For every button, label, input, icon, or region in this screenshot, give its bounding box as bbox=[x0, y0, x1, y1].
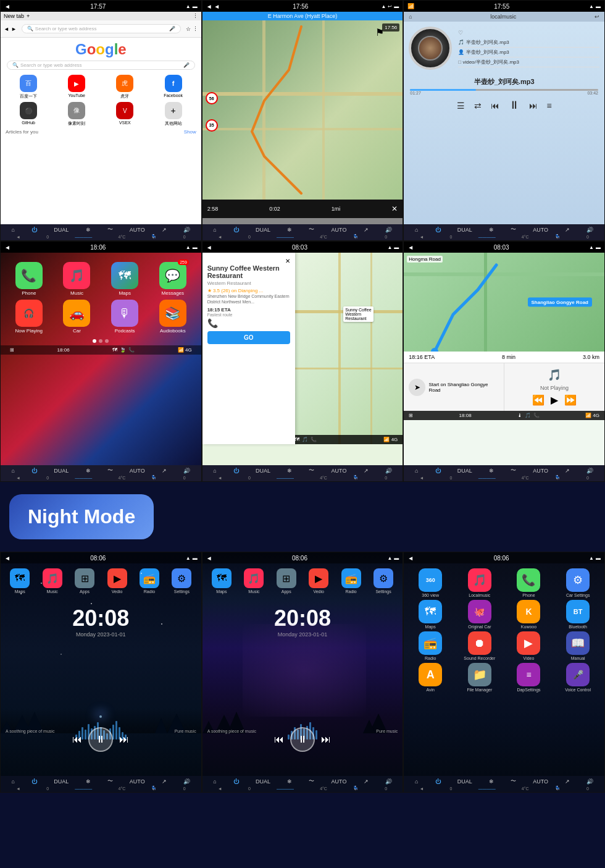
poi-map-icon[interactable]: 🗺 bbox=[294, 437, 299, 442]
chrome-menu-icon[interactable]: ⋮ bbox=[193, 13, 198, 19]
chrome-star-icon[interactable]: ☆ bbox=[186, 26, 191, 32]
poi-dual-btn[interactable]: DUAL bbox=[256, 468, 270, 474]
cpnav-rewind-btn[interactable]: ⏪ bbox=[532, 394, 544, 406]
nh2-chair[interactable]: 💺 bbox=[353, 786, 359, 791]
nh1-back-ctrl[interactable]: ◄ bbox=[16, 786, 20, 791]
nh2-app-music[interactable]: 🎵 Music bbox=[244, 568, 264, 594]
wave-btn[interactable]: 〜 bbox=[107, 225, 113, 234]
dock-grid-icon[interactable]: ⊞ bbox=[10, 347, 14, 353]
mic-icon[interactable]: 🎤 bbox=[169, 26, 175, 32]
cp-curve-btn[interactable]: ↗ bbox=[162, 468, 167, 474]
na-back-ctrl[interactable]: ◄ bbox=[419, 786, 424, 791]
nav-vol-btn[interactable]: 🔊 bbox=[385, 227, 392, 233]
cpnav-home-btn[interactable]: ⌂ bbox=[415, 468, 418, 474]
chrome-search-bar[interactable]: 🔍 Search or type web address 🎤 bbox=[22, 24, 181, 33]
music-chair[interactable]: 💺 bbox=[555, 234, 561, 239]
na-app-maps[interactable]: 🗺 Maps bbox=[407, 600, 454, 629]
cpnav-vol-btn[interactable]: 🔊 bbox=[586, 468, 593, 474]
cpnav-curve-btn[interactable]: ↗ bbox=[565, 468, 570, 474]
music-home-btn[interactable]: ⌂ bbox=[415, 227, 418, 233]
na-curve-btn[interactable]: ↗ bbox=[565, 778, 570, 785]
nh2-pause-btn[interactable]: ⏸ bbox=[290, 727, 315, 752]
carplay-app-podcasts[interactable]: 🎙 Podcasts bbox=[102, 300, 147, 334]
nh2-next-btn[interactable]: ⏭ bbox=[321, 734, 331, 745]
cpnav-snow-btn[interactable]: ❄ bbox=[489, 468, 494, 474]
cp-back-ctrl[interactable]: ◄ bbox=[16, 476, 20, 480]
na-app-radio[interactable]: 📻 Radio bbox=[407, 631, 454, 660]
cpnav-back-btn[interactable]: ◄ bbox=[407, 244, 414, 251]
chrome-back-icon[interactable]: ◄ bbox=[4, 3, 10, 10]
na-vol-btn[interactable]: 🔊 bbox=[586, 778, 593, 785]
chrome-nav-forward[interactable]: ► bbox=[11, 26, 17, 32]
poi-auto-btn[interactable]: AUTO bbox=[332, 468, 347, 474]
nav-home-btn[interactable]: ⌂ bbox=[213, 227, 216, 233]
cp-slider[interactable]: ———— bbox=[75, 476, 92, 480]
cpnav-temp-icon[interactable]: 🌡 bbox=[517, 413, 522, 418]
playlist-item-3[interactable]: □ video/半壶纱_刘珂矣.mp3 bbox=[458, 57, 599, 67]
show-link[interactable]: Show bbox=[184, 129, 196, 135]
bookmark-github[interactable]: ⚫ GitHub bbox=[6, 102, 51, 127]
music-vol-btn[interactable]: 🔊 bbox=[586, 227, 593, 233]
cp-dual-btn[interactable]: DUAL bbox=[54, 468, 69, 474]
na-dual-btn[interactable]: DUAL bbox=[457, 778, 472, 785]
cp-wave-btn[interactable]: 〜 bbox=[107, 466, 113, 474]
poi-music-icon[interactable]: 🎵 bbox=[302, 437, 308, 442]
na-back-btn[interactable]: ◄ bbox=[407, 555, 414, 562]
playlist-item-1[interactable]: 🎵 半壶纱_刘珂矣.mp3 bbox=[458, 38, 599, 48]
nh1-auto-btn[interactable]: AUTO bbox=[130, 778, 145, 785]
poi-back-ctrl[interactable]: ◄ bbox=[218, 476, 222, 480]
nh1-app-settings[interactable]: ⚙ Settings bbox=[172, 568, 191, 594]
nh1-curve-btn[interactable]: ↗ bbox=[162, 778, 167, 785]
cpnav-tiktok-icon[interactable]: 🎵 bbox=[525, 413, 531, 418]
music-slider[interactable]: ———— bbox=[478, 235, 496, 239]
music-power-btn[interactable]: ⏻ bbox=[435, 227, 441, 233]
bookmark-huya[interactable]: 虎 虎牙 bbox=[102, 75, 148, 99]
cpnav-phone-icon[interactable]: 📞 bbox=[533, 413, 540, 418]
poi-close-btn[interactable]: ✕ bbox=[285, 258, 290, 264]
nav-snow-btn[interactable]: ❄ bbox=[287, 227, 292, 233]
nh1-app-music[interactable]: 🎵 Music bbox=[43, 568, 62, 594]
music-home-icon[interactable]: ⌂ bbox=[409, 14, 412, 20]
bookmark-baidu[interactable]: 百 百度一下 bbox=[6, 75, 51, 99]
nh2-wave-btn[interactable]: 〜 bbox=[309, 777, 314, 785]
music-curve-btn[interactable]: ↗ bbox=[565, 227, 570, 233]
nav-power-btn[interactable]: ⏻ bbox=[233, 227, 239, 233]
carplay-app-maps[interactable]: 🗺 Maps bbox=[102, 262, 147, 296]
nh2-app-apps[interactable]: ⊞ Apps bbox=[277, 568, 296, 594]
snowflake-btn[interactable]: ❄ bbox=[86, 227, 91, 233]
nh2-vol-btn[interactable]: 🔊 bbox=[385, 778, 392, 785]
music-progress-bar[interactable] bbox=[410, 89, 598, 91]
cpnav-forward-btn[interactable]: ⏩ bbox=[564, 394, 577, 406]
nh2-back-btn[interactable]: ◄ bbox=[206, 555, 212, 562]
nav-slider[interactable]: ———— bbox=[277, 235, 294, 239]
google-search-input[interactable]: 🔍 Search or type web address 🎤 bbox=[7, 61, 195, 70]
playlist-icon[interactable]: ☰ bbox=[457, 101, 465, 111]
cpnav-grid-icon[interactable]: ⊞ bbox=[409, 413, 413, 418]
google-mic-icon[interactable]: 🎤 bbox=[183, 62, 190, 68]
nh1-app-apps[interactable]: ⊞ Apps bbox=[75, 568, 94, 594]
na-wave-btn[interactable]: 〜 bbox=[511, 777, 516, 785]
bookmark-vsex[interactable]: V VSEX bbox=[102, 102, 148, 127]
na-app-avin[interactable]: A Avin bbox=[407, 663, 454, 692]
nh1-snow-btn[interactable]: ❄ bbox=[86, 778, 91, 785]
poi-go-button[interactable]: GO bbox=[207, 331, 290, 344]
vol-btn[interactable]: 🔊 bbox=[183, 227, 190, 233]
cpnav-dual-btn[interactable]: DUAL bbox=[457, 468, 472, 474]
dock-leaf-icon[interactable]: 🍃 bbox=[120, 347, 126, 353]
music-wave-btn[interactable]: 〜 bbox=[511, 225, 516, 234]
nh2-home-btn[interactable]: ⌂ bbox=[213, 778, 216, 785]
chrome-nav-back[interactable]: ◄ bbox=[4, 26, 9, 32]
carplay-app-nowplaying[interactable]: 🎧 Now Playing bbox=[7, 300, 51, 334]
chrome-more-icon[interactable]: ⋮ bbox=[193, 26, 198, 32]
carplay-app-audiobooks[interactable]: 📚 Audiobooks bbox=[151, 300, 195, 334]
power-btn[interactable]: ⏻ bbox=[31, 227, 37, 233]
cpnav-slider[interactable]: ———— bbox=[478, 476, 496, 480]
cpnav-chair[interactable]: 💺 bbox=[555, 475, 561, 480]
na-power-btn[interactable]: ⏻ bbox=[435, 778, 441, 785]
carplay-app-car[interactable]: 🚗 Car bbox=[55, 300, 99, 334]
nh2-auto-btn[interactable]: AUTO bbox=[332, 778, 347, 785]
next-icon[interactable]: ⏭ bbox=[529, 101, 538, 111]
cpnav-play-btn[interactable]: ▶ bbox=[551, 394, 558, 406]
nh1-home-btn[interactable]: ⌂ bbox=[12, 778, 15, 785]
nh1-power-btn[interactable]: ⏻ bbox=[31, 778, 37, 785]
